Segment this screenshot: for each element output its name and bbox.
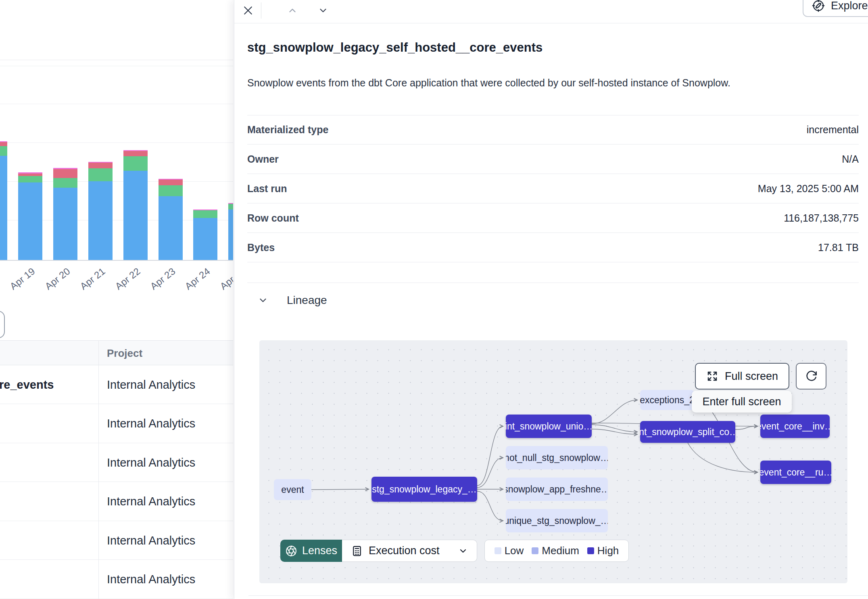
chart-gridline: [0, 104, 233, 104]
table-row[interactable]: Internal Analytics: [0, 404, 233, 443]
compass-icon: [812, 0, 825, 13]
lens-selected-label: Execution cost: [369, 545, 440, 557]
table-row[interactable]: Internal Analytics: [0, 443, 233, 482]
bar-segment-red: [123, 151, 148, 156]
project-cell: Internal Analytics: [107, 443, 233, 482]
previous-item-button[interactable]: [284, 2, 301, 19]
tooltip-text: Enter full screen: [702, 396, 781, 408]
metadata-row: OwnerN/A: [247, 145, 859, 174]
metadata-label: Row count: [247, 212, 299, 224]
bar-segment-blue: [18, 182, 42, 260]
lineage-edge: [477, 458, 503, 488]
chevron-up-icon: [287, 5, 298, 16]
refresh-button[interactable]: [796, 363, 826, 390]
bar-segment-red: [159, 180, 183, 185]
chart-bar-apr-18: [0, 141, 7, 260]
bar-segment-green: [0, 146, 7, 156]
next-item-button[interactable]: [314, 2, 332, 19]
table-row[interactable]: Internal Analytics: [0, 560, 233, 599]
lineage-node[interactable]: event_core__ru…: [760, 461, 831, 484]
chart-bar-apr-22: [123, 150, 148, 260]
truncated-button-fragment[interactable]: [0, 311, 5, 338]
lineage-node[interactable]: exceptions_2: [640, 390, 694, 410]
toolbar-divider: [261, 2, 261, 19]
lineage-node[interactable]: int_snowplow_unio…: [506, 415, 592, 438]
lineage-node[interactable]: int_snowplow_split_co…: [640, 421, 735, 443]
lineage-graph-canvas[interactable]: eventstg_snowplow_legacy_…int_snowplow_u…: [259, 340, 847, 583]
model-name-cell: [0, 560, 96, 599]
metadata-row: Materialized typeincremental: [247, 115, 859, 145]
bar-segment-blue: [159, 196, 183, 260]
card-divider: [0, 60, 233, 60]
lineage-edge: [688, 443, 757, 472]
chevron-down-icon: [318, 5, 328, 16]
model-description: Snowplow events from the dbt Core applic…: [247, 76, 859, 90]
model-name-cell: [0, 443, 96, 482]
chart-bar-apr-20: [53, 168, 77, 260]
legend-label: Medium: [542, 545, 579, 557]
bar-segment-green: [228, 204, 233, 209]
chart-gridline: [0, 66, 233, 66]
dropdown-chevron-icon: [458, 546, 468, 556]
fullscreen-label: Full screen: [725, 370, 778, 383]
legend-swatch: [587, 547, 594, 554]
aperture-icon: [285, 545, 297, 557]
panel-toolbar: Explore: [234, 0, 868, 23]
collapse-chevron-icon[interactable]: [258, 295, 268, 306]
lineage-edge: [592, 400, 637, 424]
lineage-section-header[interactable]: Lineage: [258, 294, 327, 307]
bar-segment-blue: [0, 156, 7, 260]
column-header-project: Project: [107, 341, 142, 366]
lens-controls: Lenses Execution cost: [280, 540, 477, 562]
metadata-row: Bytes17.81 TB: [247, 233, 859, 262]
chart-bar-apr-24: [193, 209, 217, 260]
lineage-node[interactable]: not_null_stg_snowplow…: [506, 446, 608, 469]
metadata-value: May 13, 2025 5:00 AM: [758, 183, 859, 195]
refresh-icon: [805, 370, 818, 383]
project-cell: Internal Analytics: [107, 560, 233, 599]
calculator-icon: [351, 545, 363, 557]
legend-label: High: [597, 545, 619, 557]
chart-x-axis: [0, 260, 233, 261]
lenses-button[interactable]: Lenses: [280, 540, 342, 562]
bar-segment-blue: [193, 218, 217, 260]
table-row[interactable]: Internal Analytics: [0, 482, 233, 521]
explore-button[interactable]: Explore: [803, 0, 868, 17]
stacked-bar-chart: [0, 64, 233, 261]
metadata-label: Bytes: [247, 242, 275, 253]
metadata-row: Row count116,187,138,775: [247, 203, 859, 233]
close-button[interactable]: [239, 2, 257, 19]
bar-segment-green: [123, 156, 148, 171]
table-row[interactable]: Internal Analytics: [0, 521, 233, 560]
metadata-value: incremental: [807, 124, 859, 136]
chart-gridline: [0, 142, 233, 143]
legend-swatch: [495, 547, 501, 554]
lineage-node[interactable]: unique_stg_snowplow_…: [506, 509, 608, 532]
lineage-node[interactable]: stg_snowplow_legacy_…: [371, 477, 477, 502]
explore-label: Explore: [831, 0, 868, 12]
lineage-node[interactable]: event: [274, 479, 311, 500]
fullscreen-button[interactable]: Full screen: [695, 363, 789, 390]
table-row[interactable]: re_eventsInternal Analytics: [0, 365, 233, 404]
lens-selector-dropdown[interactable]: Execution cost: [342, 540, 477, 562]
expand-icon: [706, 370, 718, 382]
section-divider: [248, 595, 868, 596]
bar-segment-blue: [228, 209, 233, 260]
cost-legend: LowMediumHigh: [484, 540, 629, 562]
metadata-value: N/A: [842, 153, 859, 165]
lineage-node[interactable]: snowplow_app_freshne…: [506, 478, 608, 501]
metadata-value: 116,187,138,775: [784, 212, 859, 224]
lineage-edge: [592, 425, 637, 432]
metadata-label: Last run: [247, 183, 287, 195]
lineage-node[interactable]: event_core__inv…: [760, 415, 830, 438]
bar-segment-green: [18, 176, 42, 182]
legend-item-medium: Medium: [532, 545, 579, 557]
legend-item-low: Low: [495, 545, 524, 557]
table-column-divider: [98, 340, 99, 599]
metadata-label: Materialized type: [247, 124, 328, 136]
bar-segment-red: [53, 169, 77, 178]
chart-bar-apr-21: [88, 162, 113, 260]
chart-bar-apr-23: [159, 179, 183, 260]
metadata-value: 17.81 TB: [818, 242, 859, 253]
bar-segment-blue: [53, 188, 77, 260]
